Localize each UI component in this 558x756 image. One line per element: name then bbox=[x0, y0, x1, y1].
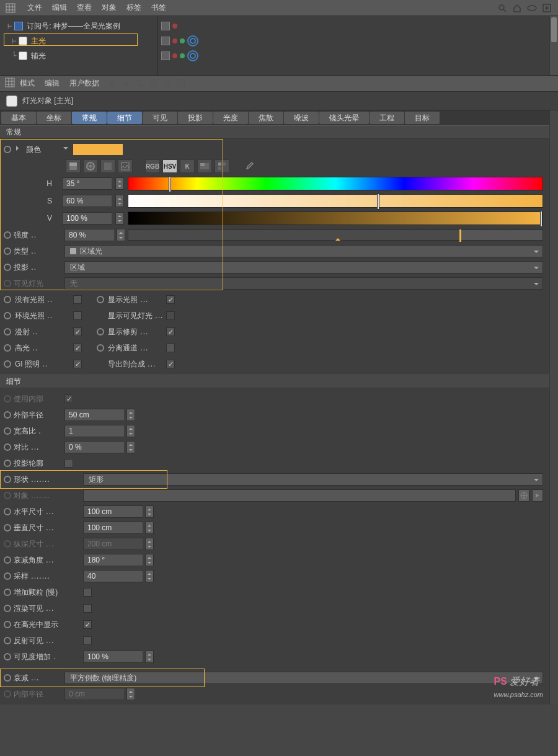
spinner[interactable] bbox=[117, 229, 125, 241]
menu-userdata[interactable]: 用户数据 bbox=[64, 78, 104, 89]
gear-icon[interactable] bbox=[161, 78, 172, 89]
lock-icon[interactable] bbox=[148, 78, 159, 89]
up-icon[interactable] bbox=[120, 78, 131, 89]
anim-dot[interactable] bbox=[4, 231, 11, 239]
anim-dot[interactable] bbox=[4, 264, 11, 271]
input-aspect[interactable]: 1 bbox=[64, 425, 124, 437]
input-vsize[interactable]: 100 cm bbox=[83, 522, 143, 534]
dropdown-shadow[interactable]: 区域 bbox=[64, 261, 543, 273]
anim-dot[interactable] bbox=[4, 411, 11, 419]
home-icon[interactable] bbox=[511, 2, 523, 14]
input-intensity[interactable]: 80 % bbox=[64, 229, 114, 241]
color-mode-rgb[interactable]: RGB bbox=[145, 159, 160, 173]
spinner[interactable] bbox=[115, 177, 124, 190]
tab-coord[interactable]: 坐标 bbox=[37, 112, 71, 124]
dropdown-falloff[interactable]: 平方倒数 (物理精度) bbox=[64, 672, 543, 684]
visibility-dot-editor[interactable] bbox=[172, 53, 177, 58]
input-samples[interactable]: 40 bbox=[83, 570, 143, 582]
checkbox[interactable] bbox=[73, 295, 82, 304]
checkbox-refl-visible[interactable] bbox=[83, 636, 92, 645]
visibility-dot-render[interactable] bbox=[180, 53, 185, 58]
checkbox[interactable] bbox=[166, 295, 175, 304]
tab-basic[interactable]: 基本 bbox=[1, 112, 36, 124]
maximize-icon[interactable] bbox=[541, 2, 553, 14]
tab-shadow[interactable]: 投影 bbox=[178, 112, 213, 124]
anim-dot[interactable] bbox=[4, 637, 11, 644]
spinner[interactable] bbox=[145, 554, 154, 566]
color-mode-hsv[interactable]: HSV bbox=[162, 159, 177, 173]
anim-dot[interactable] bbox=[4, 146, 11, 153]
tab-lensflare[interactable]: 镜头光晕 bbox=[319, 112, 369, 124]
vertical-scrollbar[interactable] bbox=[549, 110, 558, 125]
anim-dot[interactable] bbox=[4, 556, 11, 564]
menu-file[interactable]: 文件 bbox=[22, 2, 47, 13]
color-tool-spectrum-icon[interactable] bbox=[100, 159, 115, 173]
app-grid-icon[interactable] bbox=[5, 2, 16, 14]
visibility-dot-editor[interactable] bbox=[172, 38, 177, 43]
anim-dot[interactable] bbox=[4, 312, 11, 319]
input-falloff-angle[interactable]: 180 ° bbox=[83, 554, 143, 566]
search-icon[interactable] bbox=[134, 78, 145, 89]
object-link-field[interactable] bbox=[83, 489, 516, 502]
checkbox-show-spec[interactable] bbox=[83, 620, 92, 629]
app-grid-icon[interactable] bbox=[5, 78, 15, 89]
input-s[interactable]: 60 % bbox=[62, 195, 112, 207]
checkbox[interactable] bbox=[166, 360, 175, 368]
target-tag-icon[interactable] bbox=[187, 50, 198, 61]
anim-dot[interactable] bbox=[4, 247, 11, 255]
spinner[interactable] bbox=[145, 651, 154, 663]
object-tree[interactable]: ⊢ 订阅号: 种梦——全局光案例 ⊢ 主光 └ 辅光 bbox=[0, 16, 157, 75]
object-row[interactable]: ⊢ 主光 bbox=[0, 33, 157, 48]
tab-noise[interactable]: 噪波 bbox=[284, 112, 319, 124]
spinner[interactable] bbox=[126, 441, 135, 453]
anim-dot[interactable] bbox=[4, 296, 11, 303]
color-tool-swatches-icon[interactable] bbox=[215, 159, 229, 173]
layer-tag-icon[interactable] bbox=[161, 22, 170, 30]
color-tool-wheel-icon[interactable] bbox=[83, 159, 98, 173]
checkbox[interactable] bbox=[73, 311, 82, 320]
color-swatch[interactable] bbox=[73, 144, 123, 155]
target-tag-icon[interactable] bbox=[187, 35, 198, 47]
slider-hue[interactable] bbox=[128, 177, 543, 190]
link-pick-icon[interactable] bbox=[518, 489, 529, 502]
checkbox[interactable] bbox=[73, 344, 82, 352]
eye-icon[interactable] bbox=[526, 2, 538, 14]
expand-triangle-icon[interactable] bbox=[16, 146, 21, 151]
color-picker-eyedropper-icon[interactable] bbox=[242, 159, 257, 173]
input-hsize[interactable]: 100 cm bbox=[83, 505, 143, 518]
checkbox[interactable] bbox=[166, 344, 175, 352]
menu-mode[interactable]: 模式 bbox=[15, 78, 40, 89]
checkbox[interactable] bbox=[73, 360, 82, 368]
anim-dot[interactable] bbox=[97, 328, 104, 336]
color-tool-image-icon[interactable] bbox=[118, 159, 133, 173]
anim-dot[interactable] bbox=[4, 508, 11, 515]
color-mode-k[interactable]: K bbox=[180, 159, 195, 173]
slider-saturation[interactable] bbox=[128, 194, 543, 208]
vertical-scrollbar[interactable] bbox=[549, 125, 558, 705]
tab-photometric[interactable]: 光度 bbox=[213, 112, 248, 124]
anim-dot[interactable] bbox=[4, 621, 11, 628]
tab-project[interactable]: 工程 bbox=[370, 112, 404, 124]
anim-dot[interactable] bbox=[4, 427, 11, 435]
tab-general[interactable]: 常规 bbox=[72, 112, 107, 124]
back-icon[interactable] bbox=[107, 78, 118, 89]
color-tool-mixer-icon[interactable] bbox=[197, 159, 212, 173]
object-row[interactable]: ⊢ 订阅号: 种梦——全局光案例 bbox=[0, 19, 157, 33]
menu-tags[interactable]: 标签 bbox=[122, 2, 146, 13]
anim-dot[interactable] bbox=[4, 476, 11, 483]
dropdown-shape[interactable]: 矩形 bbox=[83, 473, 543, 486]
anim-dot[interactable] bbox=[4, 674, 11, 682]
input-vis-mult[interactable]: 100 % bbox=[83, 651, 143, 663]
anim-dot[interactable] bbox=[97, 344, 104, 352]
spinner[interactable] bbox=[145, 522, 154, 534]
visibility-dot-render[interactable] bbox=[180, 38, 185, 43]
tab-target[interactable]: 目标 bbox=[405, 112, 440, 124]
dropdown-type[interactable]: 区域光 bbox=[64, 245, 543, 257]
vertical-scrollbar[interactable] bbox=[549, 16, 558, 75]
checkbox-shadow-outline[interactable] bbox=[64, 459, 73, 468]
spinner[interactable] bbox=[115, 212, 124, 225]
visibility-dot-editor[interactable] bbox=[172, 24, 177, 29]
checkbox-grain[interactable] bbox=[83, 588, 92, 597]
spinner[interactable] bbox=[115, 195, 124, 207]
spinner[interactable] bbox=[145, 505, 154, 518]
